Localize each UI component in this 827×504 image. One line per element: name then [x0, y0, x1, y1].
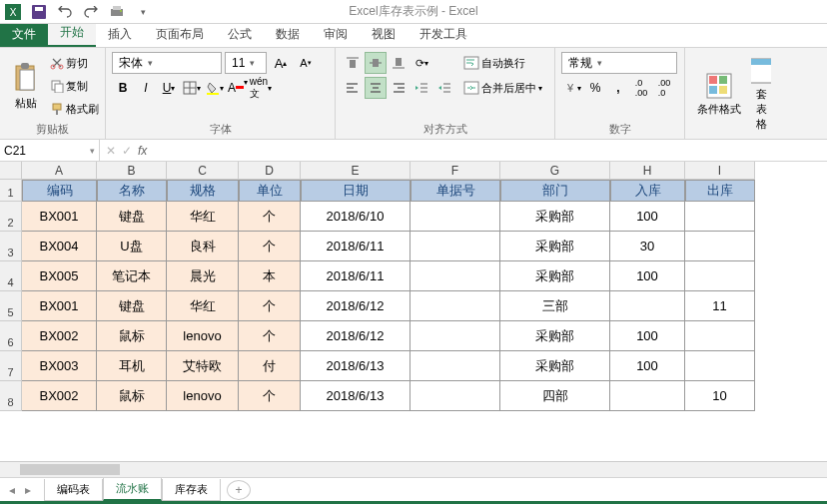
- align-middle-icon[interactable]: [365, 52, 387, 74]
- decrease-decimal-icon[interactable]: .00.0: [653, 77, 675, 99]
- row-header[interactable]: 8: [0, 381, 22, 411]
- col-header-G[interactable]: G: [500, 162, 610, 180]
- align-left-icon[interactable]: [342, 77, 364, 99]
- cell[interactable]: [685, 232, 755, 261]
- row-header[interactable]: 4: [0, 261, 22, 291]
- excel-icon[interactable]: X: [4, 3, 22, 21]
- cell[interactable]: BX002: [22, 381, 97, 411]
- col-header-C[interactable]: C: [167, 162, 239, 180]
- row-header[interactable]: 1: [0, 180, 22, 202]
- cell[interactable]: 鼠标: [97, 321, 167, 351]
- cell[interactable]: BX001: [22, 202, 97, 232]
- row-header[interactable]: 3: [0, 232, 22, 261]
- cell[interactable]: 晨光: [167, 261, 239, 291]
- cell[interactable]: 笔记本: [97, 261, 167, 291]
- redo-icon[interactable]: [82, 3, 100, 21]
- cell[interactable]: 个: [239, 321, 301, 351]
- cell[interactable]: 四部: [500, 381, 610, 411]
- cell[interactable]: [411, 291, 500, 321]
- cell[interactable]: 耳机: [97, 351, 167, 381]
- row-header[interactable]: 5: [0, 291, 22, 321]
- accounting-format-icon[interactable]: ¥▾: [561, 77, 583, 99]
- undo-icon[interactable]: [56, 3, 74, 21]
- row-header[interactable]: 7: [0, 351, 22, 381]
- comma-format-icon[interactable]: ,: [607, 77, 629, 99]
- cell[interactable]: [610, 291, 685, 321]
- cell[interactable]: 规格: [167, 180, 239, 202]
- cell[interactable]: lenovo: [167, 381, 239, 411]
- tab-data[interactable]: 数据: [264, 22, 312, 47]
- name-box[interactable]: C21 ▾: [0, 140, 100, 161]
- col-header-I[interactable]: I: [685, 162, 755, 180]
- align-top-icon[interactable]: [342, 52, 364, 74]
- cancel-icon[interactable]: ✕: [106, 144, 116, 158]
- orientation-icon[interactable]: ⟳▾: [411, 52, 432, 74]
- cell[interactable]: [685, 261, 755, 291]
- cell[interactable]: 2018/6/11: [301, 261, 411, 291]
- cell[interactable]: [411, 202, 500, 232]
- align-right-icon[interactable]: [388, 77, 410, 99]
- col-header-H[interactable]: H: [610, 162, 685, 180]
- cell[interactable]: 100: [610, 351, 685, 381]
- cell[interactable]: BX001: [22, 291, 97, 321]
- cell[interactable]: 2018/6/13: [301, 381, 411, 411]
- row-header[interactable]: 2: [0, 202, 22, 232]
- cell[interactable]: 出库: [685, 180, 755, 202]
- formula-input[interactable]: [153, 140, 827, 161]
- cell[interactable]: [610, 381, 685, 411]
- cell[interactable]: [411, 232, 500, 261]
- cell[interactable]: 入库: [610, 180, 685, 202]
- tab-dev[interactable]: 开发工具: [408, 22, 479, 47]
- row-header[interactable]: 6: [0, 321, 22, 351]
- cell[interactable]: 2018/6/11: [301, 232, 411, 261]
- tab-home[interactable]: 开始: [48, 20, 96, 47]
- save-icon[interactable]: [30, 3, 48, 21]
- increase-indent-icon[interactable]: [433, 77, 455, 99]
- decrease-indent-icon[interactable]: [411, 77, 432, 99]
- font-name-combo[interactable]: 宋体▾: [112, 52, 222, 74]
- cell[interactable]: [411, 351, 500, 381]
- decrease-font-icon[interactable]: A▾: [295, 52, 317, 74]
- percent-format-icon[interactable]: %: [584, 77, 606, 99]
- cell[interactable]: 键盘: [97, 202, 167, 232]
- cell[interactable]: 三部: [500, 291, 610, 321]
- cell[interactable]: 部门: [500, 180, 610, 202]
- cell[interactable]: lenovo: [167, 321, 239, 351]
- sheet-tab-1[interactable]: 编码表: [44, 479, 103, 501]
- tab-review[interactable]: 审阅: [312, 22, 360, 47]
- paste-button[interactable]: 粘贴: [6, 52, 46, 120]
- quick-print-icon[interactable]: [108, 3, 126, 21]
- fx-icon[interactable]: fx: [138, 144, 147, 158]
- format-painter-button[interactable]: 格式刷: [50, 98, 99, 120]
- cell[interactable]: 日期: [301, 180, 411, 202]
- conditional-format-button[interactable]: 条件格式: [691, 52, 747, 137]
- cell[interactable]: 2018/6/10: [301, 202, 411, 232]
- col-header-A[interactable]: A: [22, 162, 97, 180]
- cell[interactable]: 100: [610, 321, 685, 351]
- align-center-icon[interactable]: [365, 77, 387, 99]
- cell[interactable]: [411, 321, 500, 351]
- cell[interactable]: [685, 202, 755, 232]
- cell[interactable]: 个: [239, 291, 301, 321]
- cell[interactable]: 个: [239, 202, 301, 232]
- select-all-corner[interactable]: [0, 162, 22, 180]
- merge-center-button[interactable]: 合并后居中▾: [463, 77, 542, 99]
- cell[interactable]: 采购部: [500, 232, 610, 261]
- fill-color-button[interactable]: ▾: [204, 77, 226, 99]
- cell[interactable]: 单据号: [411, 180, 500, 202]
- col-header-D[interactable]: D: [239, 162, 301, 180]
- new-sheet-button[interactable]: +: [227, 480, 251, 500]
- sheet-nav-prev-icon[interactable]: ◂: [4, 483, 20, 497]
- align-bottom-icon[interactable]: [388, 52, 410, 74]
- sheet-tab-3[interactable]: 库存表: [162, 479, 221, 501]
- spreadsheet-grid[interactable]: ABCDEFGHI 1编码名称规格单位日期单据号部门入库出库2BX001键盘华红…: [0, 162, 827, 461]
- cell[interactable]: 30: [610, 232, 685, 261]
- tab-view[interactable]: 视图: [360, 22, 408, 47]
- copy-button[interactable]: 复制: [50, 75, 99, 97]
- col-header-B[interactable]: B: [97, 162, 167, 180]
- sheet-tab-2[interactable]: 流水账: [103, 478, 162, 501]
- cell[interactable]: 2018/6/13: [301, 351, 411, 381]
- cell[interactable]: BX003: [22, 351, 97, 381]
- cell[interactable]: 采购部: [500, 202, 610, 232]
- cell[interactable]: 100: [610, 261, 685, 291]
